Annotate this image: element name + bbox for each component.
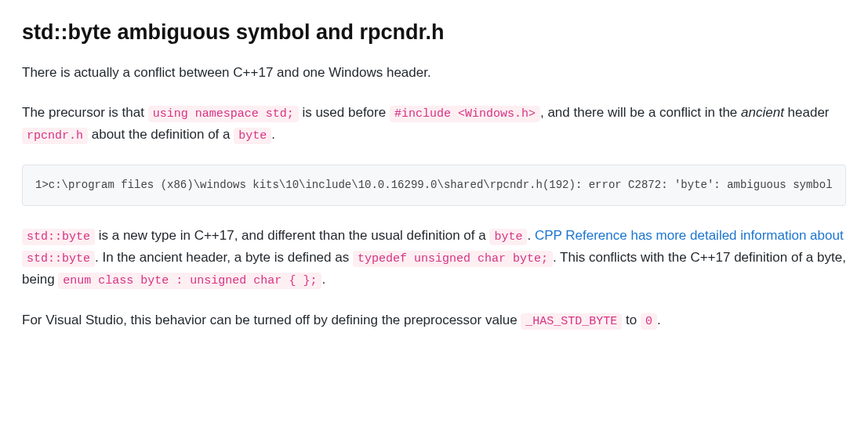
text: . [657, 313, 661, 327]
code-std-byte: std::byte [22, 229, 95, 245]
code-byte: byte [489, 229, 527, 245]
text: is used before [299, 105, 390, 120]
code-std-byte-link: std::byte [22, 251, 95, 267]
text: . [271, 127, 275, 142]
code-enum-class: enum class byte : unsigned char { }; [58, 273, 321, 289]
page-title: std::byte ambiguous symbol and rpcndr.h [22, 19, 846, 46]
text: . [527, 228, 534, 243]
code-has-std-byte: _HAS_STD_BYTE [521, 313, 622, 330]
paragraph-explanation: std::byte is a new type in C++17, and di… [22, 225, 846, 291]
text: about the definition of a [88, 127, 234, 142]
link-text: CPP Reference has more detailed informat… [535, 228, 844, 243]
text: header [784, 105, 830, 120]
code-typedef: typedef unsigned char byte; [353, 251, 553, 267]
paragraph-precursor: The precursor is that using namespace st… [22, 102, 846, 146]
paragraph-solution: For Visual Studio, this behavior can be … [22, 309, 846, 331]
text: , and there will be a conflict in the [540, 105, 741, 120]
text: . In the ancient header, a byte is defin… [95, 250, 353, 265]
text: For Visual Studio, this behavior can be … [22, 313, 521, 327]
code-block-error: 1>c:\program files (x86)\windows kits\10… [22, 164, 846, 205]
text: is a new type in C++17, and different th… [95, 228, 489, 243]
paragraph-intro: There is actually a conflict between C++… [22, 62, 846, 83]
code-rpcndr: rpcndr.h [22, 128, 88, 144]
text: to [622, 313, 641, 327]
code-zero: 0 [641, 313, 657, 330]
code-using-namespace: using namespace std; [148, 106, 299, 122]
emphasis-ancient: ancient [741, 105, 784, 120]
code-byte: byte [234, 128, 271, 144]
code-include-windows: #include <Windows.h> [390, 106, 540, 122]
text: The precursor is that [22, 105, 148, 120]
text: . [321, 272, 325, 287]
